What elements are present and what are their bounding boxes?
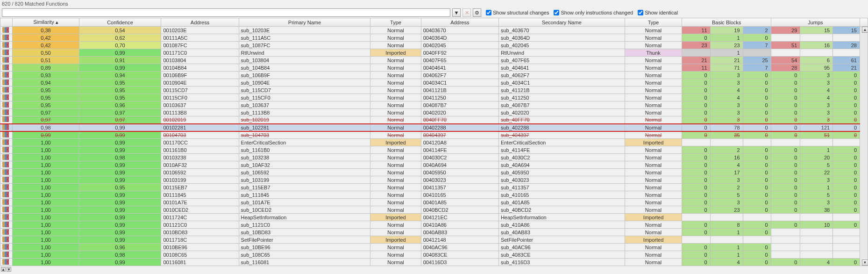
table-row[interactable]: 1,000,990010BD83sub_10BD83Normal0040AB83… — [0, 229, 868, 236]
table-row[interactable]: 1,000,9900101A7Esub_101A7ENormal00401A85… — [0, 199, 868, 206]
type-cell: Normal — [370, 206, 421, 214]
table-row[interactable]: 0,930,9400106B9Fsub_106B9FNormal004062F7… — [0, 72, 868, 79]
type2-cell: Normal — [625, 169, 682, 176]
jumps-cell: 4 — [800, 94, 833, 101]
show-instructions-checkbox[interactable]: Show only instructions changed — [554, 10, 633, 15]
basic-blocks-cell: 0 — [743, 131, 771, 139]
jumps-cell: 0 — [771, 146, 800, 154]
basic-blocks-cell: 0 — [743, 169, 771, 176]
table-row[interactable]: 1,000,99001170CCEnterCriticalSectionImpo… — [0, 139, 868, 146]
type2-cell: Thunk — [625, 49, 682, 57]
address-cell: 00106B9F — [161, 72, 239, 79]
settings-button[interactable]: ⚙ — [473, 8, 481, 17]
jumps-cell — [771, 214, 800, 221]
table-row[interactable]: 0,500,99001171C0RtlUnwindImported0040FF9… — [0, 49, 868, 57]
chevron-down-icon: ▼ — [454, 10, 459, 15]
table-row[interactable]: 1,000,9800108C65sub_108C65Normal004083CE… — [0, 251, 868, 259]
col-header-address2[interactable]: Address — [421, 18, 498, 27]
row-icon — [2, 244, 9, 250]
table-row[interactable]: 0,970,97001113B8sub_1113B8Normal00402020… — [0, 109, 868, 116]
jumps-cell — [833, 236, 860, 244]
primary-name-cell: sub_10CED2 — [239, 206, 370, 214]
table-row[interactable]: 0,420,70001087FCsub_1087FCNormal00402045… — [0, 42, 868, 49]
jumps-cell: 0 — [771, 72, 800, 79]
secondary-name-cell: sub_40BCD2 — [498, 206, 625, 214]
basic-blocks-cell: 17 — [710, 169, 743, 176]
table-row[interactable]: 0,950,9600103637sub_103637Normal004087B7… — [0, 101, 868, 109]
secondary-name-cell: sub_40FF70 — [498, 116, 625, 124]
basic-blocks-cell: 0 — [682, 244, 710, 251]
type-cell: Normal — [370, 229, 421, 236]
primary-name-cell: sub_111845 — [239, 191, 370, 199]
jumps-cell — [833, 244, 860, 251]
table-row[interactable]: 1,000,990011718CSetFilePointerImported00… — [0, 236, 868, 244]
table-row[interactable]: 0,890,9900104B84sub_104B84Normal00404641… — [0, 64, 868, 72]
type-cell: Normal — [370, 57, 421, 64]
table-row[interactable]: 0,940,950010904Esub_10904ENormal004034C1… — [0, 79, 868, 87]
table-row[interactable]: 1,000,9500115EB7sub_115EB7Normal00411357… — [0, 184, 868, 191]
basic-blocks-cell: 0 — [743, 161, 771, 169]
table-row[interactable]: 1,000,99001121C0sub_1121C0Normal00410A86… — [0, 221, 868, 229]
col-header-primary-name[interactable]: Primary Name — [239, 18, 370, 27]
table-row[interactable]: 1,000,9900116081sub_116081Normal004116D3… — [0, 259, 868, 266]
primary-name-cell: sub_10BE96 — [239, 244, 370, 251]
table-row[interactable]: 1,000,99001161B0sub_1161B0Normal004114FE… — [0, 146, 868, 154]
table-row[interactable]: 0,980,9900102281sub_102281Normal00402288… — [0, 124, 868, 131]
filter-dropdown-button[interactable]: ▼ — [452, 8, 461, 17]
icon-cell — [0, 244, 13, 251]
col-header-similarity[interactable]: Similarity ▴ — [13, 18, 79, 27]
table-row[interactable]: 1,000,990010AF32sub_10AF32Normal0040A694… — [0, 161, 868, 169]
type2-cell: Normal — [625, 42, 682, 49]
table-row[interactable]: 0,380,540010203Esub_10203ENormal00403670… — [0, 27, 868, 34]
sort-desc-button[interactable]: ▼ — [7, 267, 11, 272]
type2-cell: Normal — [625, 57, 682, 64]
col-header-type2[interactable]: Type — [625, 18, 682, 27]
show-identical-checkbox[interactable]: Show identical — [638, 10, 678, 15]
table-row[interactable]: 1,000,990011724CHeapSetInformationImport… — [0, 214, 868, 221]
table-row[interactable]: 1,000,9900111845sub_111845Normal00410165… — [0, 191, 868, 199]
table-row[interactable]: 0,950,9500115CD7sub_115CD7Normal0041121B… — [0, 87, 868, 94]
close-icon: ✕ — [465, 10, 469, 16]
scroll-up-icon[interactable]: ▲ — [862, 27, 868, 33]
address-cell: 00102281 — [161, 124, 239, 131]
row-icon — [2, 50, 9, 55]
col-header-jumps[interactable]: Jumps — [771, 18, 860, 27]
col-header-confidence[interactable]: Confidence — [79, 18, 161, 27]
icon-cell — [0, 101, 13, 109]
sort-asc-button[interactable]: ▲ — [1, 267, 6, 272]
basic-blocks-cell: 1 — [710, 229, 743, 236]
basic-blocks-cell: 1 — [710, 244, 743, 251]
icon-cell — [0, 206, 13, 214]
table-row[interactable]: 0,970,9700102019sub_102019Normal0040FF70… — [0, 116, 868, 124]
table-row[interactable]: 1,000,990010CED2sub_10CED2Normal0040BCD2… — [0, 206, 868, 214]
similarity-cell: 1,00 — [13, 214, 79, 221]
col-header-basic-blocks[interactable]: Basic Blocks — [682, 18, 771, 27]
table-row[interactable]: 1,000,960010BE96sub_10BE96Normal0040AC96… — [0, 244, 868, 251]
address-cell: 00106592 — [161, 169, 239, 176]
table-row[interactable]: 0,420,6200111A5Csub_111A5CNormal0040364D… — [0, 34, 868, 42]
scrollbar[interactable]: ▲▼ — [860, 27, 868, 266]
address2-cell: 00402045 — [421, 42, 498, 49]
table-row[interactable]: 0,950,9500115CF0sub_115CF0Normal00411250… — [0, 94, 868, 101]
filter-input[interactable] — [2, 8, 450, 17]
show-structural-checkbox[interactable]: Show structural changes — [486, 10, 549, 15]
clear-filter-button[interactable]: ✕ — [462, 8, 471, 17]
basic-blocks-cell: 0 — [743, 259, 771, 266]
scroll-down-icon[interactable]: ▼ — [862, 260, 868, 266]
type-cell: Normal — [370, 259, 421, 266]
row-icon — [2, 65, 9, 70]
similarity-cell: 1,00 — [13, 176, 79, 184]
col-header-address[interactable]: Address — [161, 18, 239, 27]
table-row[interactable]: 1,000,9900106592sub_106592Normal00405950… — [0, 169, 868, 176]
col-header-secondary-name[interactable]: Secondary Name — [498, 18, 625, 27]
table-row[interactable]: 1,000,9800103238sub_103238Normal004030C2… — [0, 154, 868, 161]
basic-blocks-cell: 0 — [682, 131, 710, 139]
secondary-name-cell: sub_4034C1 — [498, 79, 625, 87]
type-cell: Normal — [370, 79, 421, 87]
table-row[interactable]: 0,990,9900104703sub_104703Normal00404397… — [0, 131, 868, 139]
jumps-cell: 0 — [771, 101, 800, 109]
col-header-type[interactable]: Type — [370, 18, 421, 27]
table-row[interactable]: 0,510,9100103804sub_103804Normal00407F65… — [0, 57, 868, 64]
col-header-icon[interactable] — [0, 18, 13, 27]
table-row[interactable]: 1,000,9900103199sub_103199Normal00403023… — [0, 176, 868, 184]
